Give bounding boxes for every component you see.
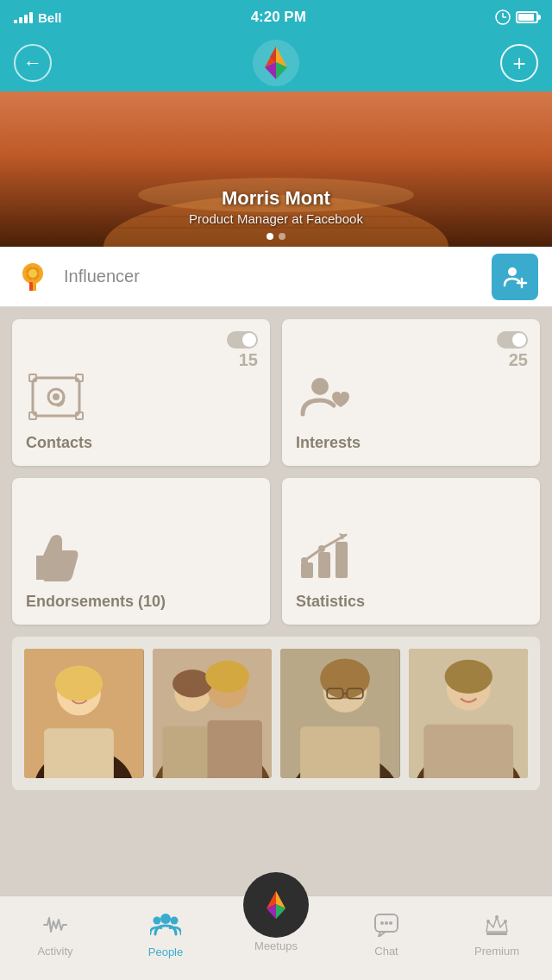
- svg-point-69: [171, 916, 179, 924]
- interests-toggle[interactable]: [497, 331, 528, 349]
- nav-chat-label: Chat: [374, 945, 398, 958]
- influencer-row: Influencer: [0, 247, 552, 307]
- svg-point-76: [385, 921, 388, 925]
- svg-rect-53: [207, 720, 261, 778]
- influencer-label: Influencer: [64, 267, 480, 286]
- back-arrow-icon: ←: [23, 53, 42, 72]
- interests-card[interactable]: 25 Interests: [282, 319, 540, 466]
- svg-point-17: [28, 269, 37, 278]
- svg-point-77: [389, 921, 392, 925]
- svg-rect-35: [301, 562, 313, 578]
- statistics-card[interactable]: Statistics: [282, 478, 540, 625]
- medal-icon: [14, 258, 52, 296]
- photo-thumb-3[interactable]: [280, 649, 400, 778]
- contacts-count: 15: [239, 350, 258, 370]
- interests-label: Interests: [296, 434, 361, 452]
- app-header: ← +: [0, 35, 552, 91]
- photo-2-img: [153, 649, 273, 778]
- nav-item-premium[interactable]: Premium: [442, 896, 552, 980]
- nav-item-people[interactable]: People: [110, 896, 221, 980]
- contacts-toggle-icon: [227, 331, 258, 349]
- premium-icon: [484, 913, 510, 941]
- chat-bubble-icon: [373, 913, 399, 937]
- svg-rect-78: [486, 933, 507, 935]
- meetups-logo-icon: [256, 885, 296, 925]
- svg-rect-36: [318, 552, 330, 578]
- hero-dot-1[interactable]: [267, 233, 273, 240]
- contacts-icon: [26, 369, 86, 425]
- meetups-bubble: [243, 872, 309, 938]
- contacts-toggle[interactable]: [227, 331, 258, 349]
- contacts-label: Contacts: [26, 434, 92, 452]
- status-right: [495, 9, 538, 25]
- statistics-icon: [296, 528, 356, 584]
- svg-point-51: [205, 661, 249, 693]
- photos-container: [12, 637, 540, 790]
- status-left: Bell: [14, 10, 62, 25]
- svg-rect-45: [44, 728, 114, 778]
- svg-point-81: [504, 920, 507, 923]
- interests-count: 25: [509, 350, 528, 370]
- people-icon: [150, 912, 181, 942]
- svg-point-67: [160, 914, 171, 924]
- grid-section: 15 Contacts 25: [0, 307, 552, 625]
- svg-rect-18: [29, 282, 33, 291]
- carrier-name: Bell: [38, 10, 62, 25]
- svg-rect-37: [336, 542, 348, 578]
- nav-people-label: People: [148, 945, 183, 958]
- nav-item-meetups[interactable]: Meetups: [221, 896, 331, 980]
- nav-activity-label: Activity: [37, 945, 72, 958]
- add-icon: +: [512, 52, 525, 74]
- photo-thumb-4[interactable]: [409, 649, 529, 778]
- photo-thumb-2[interactable]: [153, 649, 273, 778]
- svg-rect-19: [33, 282, 36, 291]
- crown-icon: [484, 913, 510, 937]
- people-group-icon: [150, 912, 181, 938]
- interests-toggle-icon: [497, 331, 528, 349]
- back-button[interactable]: ←: [14, 44, 52, 82]
- photo-3-img: [280, 649, 400, 778]
- interests-icon: [296, 369, 356, 425]
- hero-dots: [267, 233, 285, 240]
- photo-1-img: [24, 649, 144, 778]
- bottom-nav: Activity People Meetups: [0, 895, 552, 980]
- status-time: 4:20 PM: [251, 9, 306, 26]
- nav-meetups-label: Meetups: [254, 939, 298, 952]
- nav-item-chat[interactable]: Chat: [331, 896, 442, 980]
- activity-waveform-icon: [42, 913, 68, 937]
- app-logo: [253, 40, 299, 86]
- connect-button[interactable]: [492, 254, 538, 300]
- svg-point-44: [55, 666, 103, 702]
- svg-point-40: [318, 545, 325, 552]
- svg-point-79: [486, 920, 490, 923]
- svg-rect-66: [423, 725, 513, 778]
- nav-item-activity[interactable]: Activity: [0, 896, 110, 980]
- photo-thumb-1[interactable]: [24, 649, 144, 778]
- photo-4-img: [409, 649, 529, 778]
- signal-bars: [14, 12, 33, 23]
- svg-rect-52: [162, 726, 212, 778]
- grid-row-2: Endorsements (10) Statistics: [12, 478, 540, 625]
- endorsements-icon: [26, 528, 86, 584]
- nav-premium-label: Premium: [474, 945, 519, 958]
- endorsements-card[interactable]: Endorsements (10): [12, 478, 270, 625]
- svg-point-39: [301, 557, 308, 564]
- status-bar: Bell 4:20 PM: [0, 0, 552, 35]
- chat-icon: [373, 913, 399, 941]
- add-button[interactable]: +: [500, 44, 538, 82]
- hero-dot-2[interactable]: [279, 233, 285, 240]
- influencer-badge: [14, 258, 52, 296]
- activity-icon: [42, 913, 68, 941]
- grid-row-1: 15 Contacts 25: [12, 319, 540, 466]
- battery-icon: [516, 11, 538, 23]
- contacts-card[interactable]: 15 Contacts: [12, 319, 270, 466]
- svg-point-34: [311, 378, 329, 395]
- svg-point-80: [495, 915, 499, 919]
- hero-title: Product Manager at Facebook: [189, 211, 363, 226]
- add-contact-icon: [501, 263, 529, 291]
- hero-name: Morris Mont: [222, 187, 330, 210]
- statistics-label: Statistics: [296, 593, 365, 611]
- svg-point-29: [53, 393, 60, 400]
- svg-point-65: [444, 660, 492, 694]
- svg-rect-58: [300, 726, 380, 778]
